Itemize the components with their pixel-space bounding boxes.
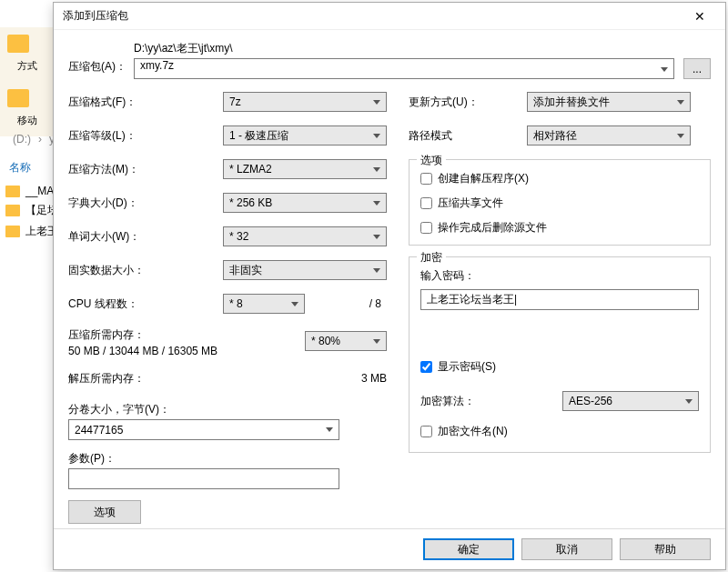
encryption-fieldset: 加密 输入密码： 显示密码(S) 加密算法： AES-256 <box>409 256 711 453</box>
add-to-archive-dialog: 添加到压缩包 ✕ 压缩包(A)： D:\yy\az\老王\jt\xmy\ xmy… <box>53 2 726 570</box>
archive-name-input[interactable]: xmy.7z <box>134 58 674 79</box>
password-label: 输入密码： <box>420 268 699 284</box>
format-label: 压缩格式(F)： <box>68 95 223 110</box>
update-label: 更新方式(U)： <box>409 95 527 110</box>
mem-comp-label: 压缩所需内存： <box>68 327 305 343</box>
share-checkbox[interactable] <box>420 197 432 209</box>
share-checkbox-row[interactable]: 压缩共享文件 <box>420 196 699 211</box>
encnames-checkbox-row[interactable]: 加密文件名(N) <box>420 424 699 439</box>
encryption-legend: 加密 <box>417 250 446 266</box>
sfx-checkbox-row[interactable]: 创建自解压程序(X) <box>420 171 699 186</box>
params-input[interactable] <box>68 468 339 489</box>
format-select[interactable]: 7z <box>223 92 387 112</box>
options-legend: 选项 <box>417 153 446 168</box>
dict-label: 字典大小(D)： <box>68 196 223 211</box>
threads-select[interactable]: * 8 <box>223 294 305 314</box>
encmethod-label: 加密算法： <box>420 394 562 409</box>
dict-select[interactable]: * 256 KB <box>223 193 387 213</box>
sfx-checkbox[interactable] <box>420 173 432 185</box>
word-label: 单词大小(W)： <box>68 229 223 245</box>
volume-input[interactable] <box>68 419 339 440</box>
options-fieldset: 选项 创建自解压程序(X) 压缩共享文件 操作完成后删除源文件 <box>409 159 711 246</box>
column-header-name: 名称 <box>0 155 40 181</box>
archive-label: 压缩包(A)： <box>68 41 134 75</box>
solid-select[interactable]: 非固实 <box>223 260 387 280</box>
cancel-button[interactable]: 取消 <box>521 538 612 560</box>
method-label: 压缩方法(M)： <box>68 162 223 177</box>
password-input[interactable] <box>420 289 699 310</box>
pathmode-label: 路径模式 <box>409 128 527 144</box>
delete-checkbox-row[interactable]: 操作完成后删除源文件 <box>420 220 699 236</box>
encmethod-select[interactable]: AES-256 <box>562 391 699 411</box>
threads-max: / 8 <box>312 297 387 310</box>
dialog-title: 添加到压缩包 <box>63 8 128 24</box>
volume-label: 分卷大小，字节(V)： <box>68 402 387 417</box>
ok-button[interactable]: 确定 <box>423 538 514 560</box>
showpwd-checkbox-row[interactable]: 显示密码(S) <box>420 359 699 375</box>
mem-comp-value: 50 MB / 13044 MB / 16305 MB <box>68 345 305 357</box>
method-select[interactable]: * LZMA2 <box>223 159 387 179</box>
level-label: 压缩等级(L)： <box>68 128 223 144</box>
options-button[interactable]: 选项 <box>68 500 141 524</box>
showpwd-checkbox[interactable] <box>420 361 432 373</box>
browse-button[interactable]: ... <box>683 58 711 79</box>
word-select[interactable]: * 32 <box>223 226 387 246</box>
update-select[interactable]: 添加并替换文件 <box>527 92 691 112</box>
archive-path: D:\yy\az\老王\jt\xmy\ <box>134 41 711 56</box>
level-select[interactable]: 1 - 极速压缩 <box>223 125 387 146</box>
delete-checkbox[interactable] <box>420 222 432 234</box>
close-icon: ✕ <box>694 9 705 24</box>
threads-label: CPU 线程数： <box>68 296 223 312</box>
close-button[interactable]: ✕ <box>682 4 718 29</box>
encnames-checkbox[interactable] <box>420 426 432 437</box>
bg-moveto: 移动 <box>4 114 50 127</box>
params-label: 参数(P)： <box>68 451 387 467</box>
mem-decomp-value: 3 MB <box>223 372 387 385</box>
pathmode-select[interactable]: 相对路径 <box>527 125 691 146</box>
mem-pct-select[interactable]: * 80% <box>305 331 387 351</box>
solid-label: 固实数据大小： <box>68 263 223 278</box>
mem-decomp-label: 解压所需内存： <box>68 371 223 386</box>
bg-viewmode: 方式 <box>4 59 50 73</box>
help-button[interactable]: 帮助 <box>620 538 711 560</box>
